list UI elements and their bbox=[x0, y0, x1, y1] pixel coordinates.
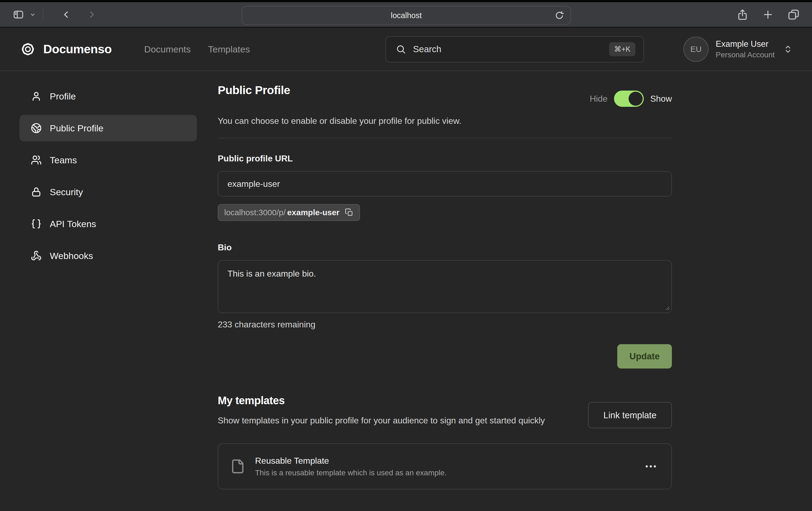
public-profile-url-input[interactable] bbox=[218, 171, 672, 197]
sidebar-menu-chevron-icon[interactable] bbox=[29, 11, 36, 18]
sidebar-item-public-profile[interactable]: Public Profile bbox=[20, 115, 197, 142]
chevrons-up-down-icon bbox=[783, 44, 792, 54]
address-bar[interactable]: localhost bbox=[241, 6, 571, 25]
sidebar-item-label: Security bbox=[50, 187, 83, 198]
globe-icon bbox=[31, 123, 42, 133]
sidebar-item-profile[interactable]: Profile bbox=[20, 83, 197, 110]
settings-sidebar: Profile Public Profile Teams bbox=[0, 71, 197, 489]
characters-remaining: 233 characters remaining bbox=[218, 320, 672, 330]
copy-icon bbox=[345, 208, 353, 217]
brand-name: Documenso bbox=[43, 42, 112, 56]
page-title: Public Profile bbox=[218, 83, 290, 97]
copy-profile-url-button[interactable]: localhost:3000/p/ example-user bbox=[218, 204, 360, 221]
sidebar-item-api-tokens[interactable]: API Tokens bbox=[20, 211, 197, 237]
account-type: Personal Account bbox=[716, 51, 775, 59]
template-description: This is a reusable template which is use… bbox=[255, 469, 446, 477]
new-tab-icon[interactable] bbox=[762, 9, 774, 20]
sidebar-item-label: Profile bbox=[50, 91, 76, 102]
tab-overview-icon[interactable] bbox=[788, 9, 800, 21]
url-field-label: Public profile URL bbox=[218, 154, 672, 163]
back-button[interactable] bbox=[61, 9, 71, 20]
my-templates-title: My templates bbox=[218, 394, 545, 407]
lock-icon bbox=[31, 186, 42, 198]
toggle-hide-label: Hide bbox=[590, 94, 608, 104]
sidebar-item-label: Webhooks bbox=[50, 251, 93, 261]
profile-url-slug: example-user bbox=[287, 208, 340, 217]
toolbar-divider bbox=[43, 9, 43, 21]
webhook-icon bbox=[31, 250, 42, 261]
profile-visibility-toggle[interactable] bbox=[614, 91, 644, 107]
app-header: Documenso Documents Templates Search ⌘+K… bbox=[0, 28, 812, 71]
refresh-icon[interactable] bbox=[554, 10, 564, 21]
address-bar-url: localhost bbox=[391, 11, 422, 20]
users-icon bbox=[31, 155, 42, 166]
sidebar-toggle-icon[interactable] bbox=[12, 9, 24, 20]
screen-top-edge bbox=[0, 0, 812, 2]
profile-url-prefix: localhost:3000/p/ bbox=[224, 208, 286, 217]
bio-textarea[interactable]: This is an example bio. bbox=[218, 260, 672, 313]
user-name: Example User bbox=[716, 39, 775, 49]
sidebar-item-security[interactable]: Security bbox=[20, 179, 197, 205]
update-button[interactable]: Update bbox=[617, 344, 672, 368]
documenso-logo-icon bbox=[20, 41, 36, 58]
toggle-knob bbox=[629, 92, 643, 106]
sidebar-item-label: Teams bbox=[50, 155, 77, 166]
braces-icon bbox=[31, 218, 42, 229]
main-content: Public Profile Hide Show You can choose … bbox=[218, 71, 672, 489]
bio-field-label: Bio bbox=[218, 242, 672, 252]
account-menu[interactable]: EU Example User Personal Account bbox=[683, 36, 792, 62]
search-icon bbox=[396, 44, 406, 54]
template-options-icon[interactable] bbox=[644, 462, 657, 471]
page-description: You can choose to enable or disable your… bbox=[218, 116, 672, 126]
avatar: EU bbox=[683, 36, 709, 62]
brand-logo[interactable]: Documenso bbox=[20, 41, 112, 58]
user-icon bbox=[31, 91, 42, 102]
nav-documents[interactable]: Documents bbox=[144, 44, 191, 55]
nav-templates[interactable]: Templates bbox=[208, 44, 250, 55]
browser-toolbar: localhost bbox=[0, 2, 812, 28]
avatar-initials: EU bbox=[690, 44, 702, 54]
sidebar-item-label: API Tokens bbox=[50, 219, 96, 229]
section-divider bbox=[218, 138, 672, 139]
profile-visibility-toggle-group: Hide Show bbox=[590, 91, 672, 107]
search-placeholder: Search bbox=[413, 44, 441, 54]
sidebar-item-teams[interactable]: Teams bbox=[20, 147, 197, 173]
sidebar-item-label: Public Profile bbox=[50, 123, 103, 133]
file-icon bbox=[230, 458, 245, 475]
link-template-button[interactable]: Link template bbox=[588, 402, 672, 428]
my-templates-description: Show templates in your public profile fo… bbox=[218, 414, 545, 427]
resize-handle[interactable] bbox=[664, 304, 670, 311]
sidebar-item-webhooks[interactable]: Webhooks bbox=[20, 242, 197, 269]
search-input[interactable]: Search ⌘+K bbox=[385, 36, 644, 62]
forward-button[interactable] bbox=[87, 9, 97, 20]
template-name: Reusable Template bbox=[255, 456, 446, 466]
share-icon[interactable] bbox=[737, 9, 748, 20]
template-list-item: Reusable Template This is a reusable tem… bbox=[218, 443, 672, 489]
top-nav: Documents Templates bbox=[144, 44, 250, 55]
search-shortcut-badge: ⌘+K bbox=[609, 42, 635, 56]
toggle-show-label: Show bbox=[650, 94, 672, 104]
